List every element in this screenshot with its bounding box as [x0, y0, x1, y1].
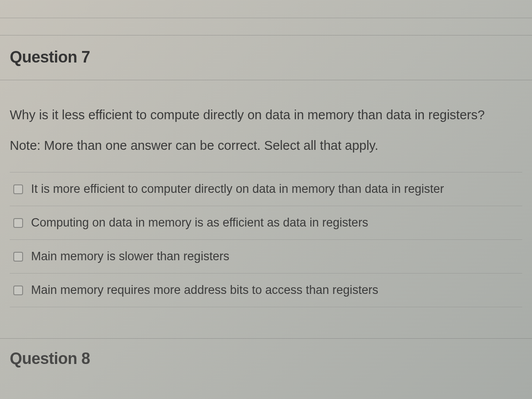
question-title: Question 7 [10, 48, 522, 66]
checkbox-icon[interactable] [13, 252, 23, 262]
options-list: It is more efficient to computer directl… [0, 172, 532, 307]
option-label: Computing on data in memory is as effici… [31, 216, 368, 230]
next-question-header: Question 8 [0, 338, 532, 368]
quiz-container: Question 7 Why is it less efficient to c… [0, 0, 532, 399]
checkbox-icon[interactable] [13, 286, 23, 295]
question-note: Note: More than one answer can be correc… [10, 137, 522, 155]
question-header: Question 7 [0, 35, 532, 80]
checkbox-icon[interactable] [13, 184, 23, 194]
option-row[interactable]: Main memory is slower than registers [10, 239, 522, 273]
question-body: Why is it less efficient to compute dire… [0, 80, 532, 172]
question-prompt: Why is it less efficient to compute dire… [10, 106, 522, 124]
checkbox-icon[interactable] [13, 218, 23, 228]
option-label: Main memory is slower than registers [31, 250, 229, 263]
option-row[interactable]: Computing on data in memory is as effici… [10, 206, 522, 239]
option-row[interactable]: It is more efficient to computer directl… [10, 172, 522, 206]
option-label: It is more efficient to computer directl… [31, 182, 444, 196]
option-row[interactable]: Main memory requires more address bits t… [10, 273, 522, 307]
option-label: Main memory requires more address bits t… [31, 283, 378, 297]
next-question-title: Question 8 [10, 349, 522, 368]
